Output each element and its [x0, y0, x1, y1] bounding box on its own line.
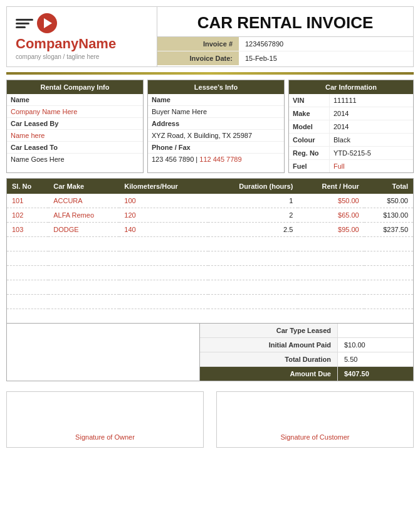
cell-sl-no: 103: [7, 223, 49, 237]
cell-km-hour: 140: [119, 223, 208, 237]
cell-sl-no: 102: [7, 208, 49, 223]
vin-row: VIN 111111: [289, 94, 413, 107]
cell-km-hour: 100: [119, 194, 208, 208]
model-label: Model: [289, 120, 330, 133]
fuel-label: Fuel: [289, 160, 330, 172]
make-value: 2014: [330, 107, 413, 120]
lessee-address-label: Address: [148, 118, 284, 130]
rental-company-header: Rental Company Info: [7, 80, 143, 94]
table-empty-row: [7, 266, 414, 280]
fuel-row: Fuel Full: [289, 160, 413, 172]
col-km-hour: Kilometers/Hour: [119, 179, 208, 194]
owner-signature-box: Signature of Owner: [6, 391, 204, 448]
table-empty-row: [7, 280, 414, 295]
table-empty-row: [7, 295, 414, 309]
total-duration-label: Total Duration: [200, 352, 338, 366]
rental-name-label: Name: [7, 94, 143, 106]
cell-duration: 2.5: [208, 223, 298, 237]
col-duration: Duration (hours): [208, 179, 298, 194]
signature-section: Signature of Owner Signature of Customer: [6, 391, 414, 448]
cell-rent-hour: $65.00: [298, 208, 364, 223]
cell-total: $237.50: [364, 223, 414, 237]
model-row: Model 2014: [289, 120, 413, 134]
play-icon: [44, 18, 52, 28]
car-type-value: [338, 324, 413, 337]
rental-leased-to-value: Name Goes Here: [7, 154, 143, 165]
make-row: Make 2014: [289, 107, 413, 120]
invoice-number-value: 1234567890: [239, 37, 413, 51]
table-empty-row: [7, 237, 414, 251]
car-type-row: Car Type Leased: [200, 324, 413, 338]
table-row: 101 ACCURA 100 1 $50.00 $50.00: [7, 194, 414, 208]
summary-table: Car Type Leased Initial Amount Paid $10.…: [200, 324, 413, 381]
rental-table: Sl. No Car Make Kilometers/Hour Duration…: [6, 178, 414, 324]
invoice-date-row: Invoice Date: 15-Feb-15: [157, 51, 413, 65]
table-empty-row: [7, 309, 414, 324]
table-row: 103 DODGE 140 2.5 $95.00 $237.50: [7, 223, 414, 237]
lessee-name-label: Name: [148, 94, 284, 106]
reg-no-value: YTD-5215-5: [330, 147, 413, 159]
amount-due-label: Amount Due: [200, 367, 338, 381]
cell-total: $130.00: [364, 208, 414, 223]
company-name: CompanyName: [16, 36, 116, 52]
table-empty-row: [7, 251, 414, 266]
cell-car-make: DODGE: [48, 223, 119, 237]
cell-km-hour: 120: [119, 208, 208, 223]
cell-rent-hour: $50.00: [298, 194, 364, 208]
cell-total: $50.00: [364, 194, 414, 208]
table-header-row: Sl. No Car Make Kilometers/Hour Duration…: [7, 179, 414, 194]
phone-separator: |: [194, 156, 199, 163]
logo-circle: [37, 13, 57, 33]
logo-icon: [16, 13, 57, 33]
col-car-make: Car Make: [48, 179, 119, 194]
col-rent-hour: Rent / Hour: [298, 179, 364, 194]
rental-company-box: Rental Company Info Name Company Name He…: [6, 80, 144, 173]
summary-section: Car Type Leased Initial Amount Paid $10.…: [6, 324, 414, 381]
logo-line-1: [16, 19, 33, 21]
model-value: 2014: [330, 120, 413, 133]
amount-due-row: Amount Due $407.50: [200, 367, 413, 381]
phone-value-1: 123 456 7890: [152, 156, 194, 163]
fuel-value: Full: [330, 160, 413, 172]
lessee-phone-value: 123 456 7890 | 112 445 7789: [148, 154, 284, 165]
invoice-number-label: Invoice #: [157, 37, 239, 51]
company-name-red: Name: [78, 36, 116, 51]
car-info-header: Car Information: [289, 80, 413, 94]
total-duration-row: Total Duration 5.50: [200, 352, 413, 367]
lessee-address-value: XYZ Road, X Building, TX 25987: [148, 130, 284, 142]
initial-amount-value: $10.00: [338, 338, 413, 352]
invoice-title-section: CAR RENTAL INVOICE Invoice # 1234567890 …: [157, 7, 413, 66]
logo-line-2: [16, 23, 29, 24]
customer-signature-box: Signature of Customer: [216, 391, 414, 448]
invoice-number-row: Invoice # 1234567890: [157, 37, 413, 51]
reg-no-label: Reg. No: [289, 147, 330, 159]
rental-leased-by-label: Car Leased By: [7, 118, 143, 130]
company-tagline: company slogan / tagline here: [16, 53, 99, 60]
rental-name-value: Company Name Here: [7, 106, 143, 118]
col-sl-no: Sl. No: [7, 179, 49, 194]
lessee-box: Lessee's Info Name Buyer Name Here Addre…: [147, 80, 285, 173]
cell-car-make: ALFA Remeo: [48, 208, 119, 223]
cell-car-make: ACCURA: [48, 194, 119, 208]
rental-leased-by-value: Name here: [7, 130, 143, 142]
phone-value-2: 112 445 7789: [199, 156, 241, 163]
company-name-black: Company: [16, 36, 78, 51]
car-info-box: Car Information VIN 111111 Make 2014 Mod…: [288, 80, 414, 173]
colour-value: Black: [330, 134, 413, 146]
amount-due-value: $407.50: [338, 367, 413, 381]
lessee-name-value: Buyer Name Here: [148, 106, 284, 118]
cell-rent-hour: $95.00: [298, 223, 364, 237]
invoice-date-label: Invoice Date:: [157, 51, 239, 65]
logo-lines-icon: [16, 19, 33, 28]
total-duration-value: 5.50: [338, 352, 413, 366]
vin-label: VIN: [289, 94, 330, 107]
vin-value: 111111: [330, 94, 413, 107]
car-type-label: Car Type Leased: [200, 324, 338, 337]
reg-no-row: Reg. No YTD-5215-5: [289, 147, 413, 160]
accent-bar: [6, 72, 414, 75]
colour-row: Colour Black: [289, 134, 413, 147]
owner-signature-label: Signature of Owner: [75, 433, 135, 441]
lessee-header: Lessee's Info: [148, 80, 284, 94]
make-label: Make: [289, 107, 330, 120]
lessee-phone-label: Phone / Fax: [148, 142, 284, 154]
